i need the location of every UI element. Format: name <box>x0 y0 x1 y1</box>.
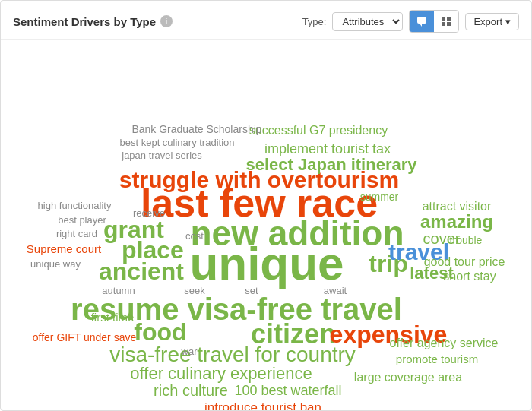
word-item[interactable]: new addition <box>190 216 404 251</box>
chat-view-btn[interactable] <box>410 11 434 32</box>
svg-marker-1 <box>420 24 422 27</box>
word-item[interactable]: war <box>182 346 198 356</box>
main-container: Sentiment Drivers by Type i Type: Attrib… <box>0 0 532 411</box>
word-item[interactable]: introduce tourist ban <box>204 401 321 411</box>
word-item[interactable]: receive <box>133 208 165 218</box>
word-item[interactable]: japan travel series <box>122 150 202 160</box>
word-item[interactable]: successful G7 presidency <box>249 125 388 137</box>
chart-title: Sentiment Drivers by Type <box>13 15 156 28</box>
word-item[interactable]: offer GIFT under save <box>33 332 136 343</box>
word-item[interactable]: implement tourist tax <box>264 142 391 156</box>
word-item[interactable]: await <box>324 286 347 296</box>
word-item[interactable]: rich culture <box>154 383 228 398</box>
view-buttons <box>409 10 459 33</box>
word-item[interactable]: large coverage area <box>354 371 462 384</box>
word-item[interactable]: 100 best waterfall <box>234 384 341 397</box>
word-item[interactable]: attract visitor <box>423 201 492 213</box>
svg-rect-0 <box>417 17 426 24</box>
header-left: Sentiment Drivers by Type i <box>13 15 173 28</box>
svg-rect-5 <box>447 22 451 26</box>
svg-rect-4 <box>442 22 445 26</box>
word-item[interactable]: short stay <box>443 270 496 283</box>
word-item[interactable]: trouble <box>450 235 483 245</box>
word-item[interactable]: first time <box>91 311 135 323</box>
type-select[interactable]: Attributes Topics Themes <box>332 12 403 31</box>
word-item[interactable]: summer <box>360 191 399 202</box>
word-item[interactable]: right card <box>56 229 97 239</box>
word-item[interactable]: food <box>134 320 186 344</box>
svg-rect-3 <box>447 17 451 21</box>
word-item[interactable]: best player <box>58 215 106 225</box>
word-item[interactable]: select Japan itinerary <box>245 156 416 173</box>
word-item[interactable]: cost <box>185 231 204 241</box>
word-item[interactable]: unique way <box>30 259 81 269</box>
word-item[interactable]: ancient <box>99 259 184 283</box>
word-item[interactable]: promote tourism <box>396 353 478 365</box>
info-icon[interactable]: i <box>160 15 173 27</box>
word-item[interactable]: offer agency service <box>390 337 499 349</box>
word-item[interactable]: autumn <box>102 286 135 296</box>
word-item[interactable]: high functionality <box>38 201 112 210</box>
word-item[interactable]: set <box>245 286 258 296</box>
word-item[interactable]: seek <box>184 286 204 296</box>
word-item[interactable]: good tour price <box>424 256 505 268</box>
word-cloud: last few raceuniquenew additionresume vi… <box>1 40 531 410</box>
type-label: Type: <box>302 16 327 27</box>
header: Sentiment Drivers by Type i Type: Attrib… <box>1 1 531 40</box>
grid-view-btn[interactable] <box>434 11 458 32</box>
word-item[interactable]: offer culinary experience <box>130 365 312 382</box>
export-button[interactable]: Export ▾ <box>465 13 519 30</box>
word-item[interactable]: citizen <box>251 321 336 348</box>
header-right: Type: Attributes Topics Themes <box>302 10 519 33</box>
chevron-down-icon: ▾ <box>505 16 511 27</box>
word-item[interactable]: amazing <box>420 213 493 231</box>
svg-rect-2 <box>442 17 445 21</box>
word-item[interactable]: Bank Graduate Scholarship <box>131 124 261 134</box>
word-item[interactable]: best kept culinary tradition <box>119 138 234 147</box>
word-item[interactable]: Supreme court <box>27 243 101 255</box>
